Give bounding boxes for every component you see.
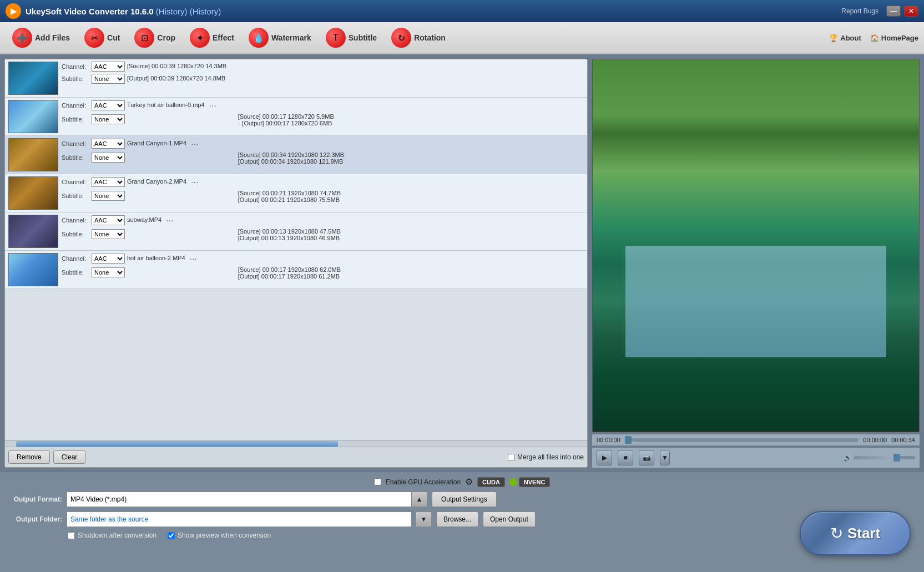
file-item-1[interactable]: Channel: AAC [Source] 00:00:39 1280x720 … [5,59,587,98]
file-source-output-2: [Source] 00:00:17 1280x720 5.9MB - [Outp… [238,113,584,126]
file-item-2[interactable]: Channel: AAC Turkey hot air balloon-0.mp… [5,98,587,136]
channel-label-4: Channel: [62,179,89,185]
file-controls-subtitle-4: Subtitle: None [62,191,235,201]
file-source-output-5: [Source] 00:00:13 1920x1080 47.5MB [Outp… [238,228,584,241]
timeline-bar[interactable] [625,438,859,442]
file-controls-channel-3: Channel: AAC Grand Canyon-1.MP4 ··· [62,138,584,149]
volume-area: 🔊 [844,454,915,462]
file-list-scroll[interactable]: Channel: AAC [Source] 00:00:39 1280x720 … [5,59,587,440]
subtitle-select-6[interactable]: None [92,267,125,277]
subtitle-button[interactable]: T Subtitle [319,26,383,50]
rotation-button[interactable]: ↻ Rotation [385,26,452,50]
file-item-4[interactable]: Channel: AAC Grand Canyon-2.MP4 ··· Subt… [5,174,587,212]
subtitle-select-4[interactable]: None [92,191,125,201]
channel-select-6[interactable]: AAC [92,254,125,264]
file-menu-6[interactable]: ··· [188,253,199,264]
start-label: Start [847,525,880,542]
subtitle-label-4: Subtitle: [62,193,89,199]
effect-icon: ✦ [190,28,210,48]
timeline-thumb[interactable] [625,436,632,444]
subtitle-select-3[interactable]: None [92,153,125,163]
file-name-4: Grand Canyon-2.MP4 [127,178,186,186]
file-name-2: Turkey hot air balloon-0.mp4 [127,101,205,109]
shutdown-checkbox[interactable] [68,532,75,539]
watermark-label: Watermark [271,33,311,42]
folder-dropdown-button[interactable]: ▼ [416,512,432,527]
file-item-5[interactable]: Channel: AAC subway.MP4 ··· Subtitle: [5,212,587,251]
subtitle-select-2[interactable]: None [92,114,125,124]
gpu-icon: ⚙ [465,477,473,487]
merge-checkbox[interactable] [508,454,515,461]
remove-button[interactable]: Remove [8,450,50,464]
video-preview [592,59,920,432]
file-menu-4[interactable]: ··· [189,176,200,188]
scrollbar-thumb[interactable] [16,441,338,447]
snapshot-button[interactable]: 📷 [639,450,654,465]
cut-button[interactable]: ✂ Cut [78,26,127,50]
format-dropdown-button[interactable]: ▲ [412,492,427,507]
watermark-icon: 💧 [249,28,269,48]
effect-button[interactable]: ✦ Effect [183,26,241,50]
snapshot-dropdown-button[interactable]: ▼ [660,450,670,465]
crop-button[interactable]: ⊡ Crop [128,26,182,50]
volume-thumb[interactable] [893,454,900,462]
watermark-button[interactable]: 💧 Watermark [242,26,318,50]
play-button[interactable]: ▶ [597,450,612,465]
channel-label-3: Channel: [62,140,89,147]
add-files-button[interactable]: ➕ Add Files [6,26,77,50]
app-title-suffix: (History) [190,7,221,16]
river-scene [593,59,919,432]
start-button[interactable]: ↻ Start [800,511,911,555]
folder-input[interactable] [67,512,412,527]
gpu-label: Enable GPU Acceleration [386,478,461,486]
homepage-label: HomePage [881,34,918,42]
subtitle-select-5[interactable]: None [92,229,125,239]
subtitle-select-1[interactable]: None [92,74,125,84]
file-controls-subtitle-2: Subtitle: None [62,114,235,124]
file-menu-1[interactable] [229,66,233,67]
minimize-button[interactable]: — [886,6,901,17]
close-button[interactable]: ✕ [904,6,918,17]
subtitle-label: Subtitle [349,33,377,42]
controls-bar: ▶ ■ 📷 ▼ 🔊 [592,448,920,468]
browse-button[interactable]: Browse... [436,512,478,527]
channel-label-6: Channel: [62,255,89,262]
cuda-badge: CUDA [477,477,505,487]
stop-button[interactable]: ■ [618,450,633,465]
channel-select-3[interactable]: AAC [92,139,125,149]
bottom-area: Enable GPU Acceleration ⚙ CUDA NVENC Out… [0,472,924,572]
gpu-acceleration-checkbox[interactable] [374,478,381,485]
file-menu-3[interactable]: ··· [189,138,200,149]
file-source-2: [Source] 00:00:17 1280x720 5.9MB [238,113,584,120]
channel-select-2[interactable]: AAC [92,100,125,110]
channel-label-1: Channel: [62,63,89,70]
clear-button[interactable]: Clear [53,450,86,464]
about-link[interactable]: 🏆 About [829,34,861,42]
format-input[interactable] [67,492,412,507]
file-item-3[interactable]: Channel: AAC Grand Canyon-1.MP4 ··· Subt… [5,136,587,174]
file-menu-5[interactable]: ··· [164,215,175,226]
open-output-button[interactable]: Open Output [483,512,536,527]
file-list-panel: Channel: AAC [Source] 00:00:39 1280x720 … [4,59,588,468]
file-controls-subtitle-5: Subtitle: None [62,229,235,239]
channel-select-1[interactable]: AAC [92,62,125,72]
output-settings-button[interactable]: Output Settings [432,492,497,507]
file-controls-channel-1: Channel: AAC [Source] 00:00:39 1280x720 … [62,62,584,72]
toolbar: ➕ Add Files ✂ Cut ⊡ Crop ✦ Effect 💧 Wate… [0,22,924,54]
file-controls-channel-4: Channel: AAC Grand Canyon-2.MP4 ··· [62,176,584,188]
channel-select-4[interactable]: AAC [92,177,125,187]
nvenc-badge: NVENC [519,477,551,487]
checkbox-row: Shutdown after conversion Show preview w… [7,531,917,539]
subtitle-label-2: Subtitle: [62,116,89,123]
file-item-6[interactable]: Channel: AAC hot air balloon-2.MP4 ··· S… [5,251,587,289]
show-preview-checkbox[interactable] [168,532,175,539]
channel-select-5[interactable]: AAC [92,215,125,225]
report-bugs-link[interactable]: Report Bugs [841,7,878,15]
file-menu-2[interactable]: ··· [207,100,219,111]
file-thumbnail-2 [8,100,58,133]
volume-bar[interactable] [854,456,915,459]
file-name-6: hot air balloon-2.MP4 [127,254,185,262]
file-dash-2: - [Output] 00:00:17 1280x720 6MB [238,120,584,126]
homepage-link[interactable]: 🏠 HomePage [870,34,918,42]
horizontal-scrollbar[interactable] [5,440,587,447]
